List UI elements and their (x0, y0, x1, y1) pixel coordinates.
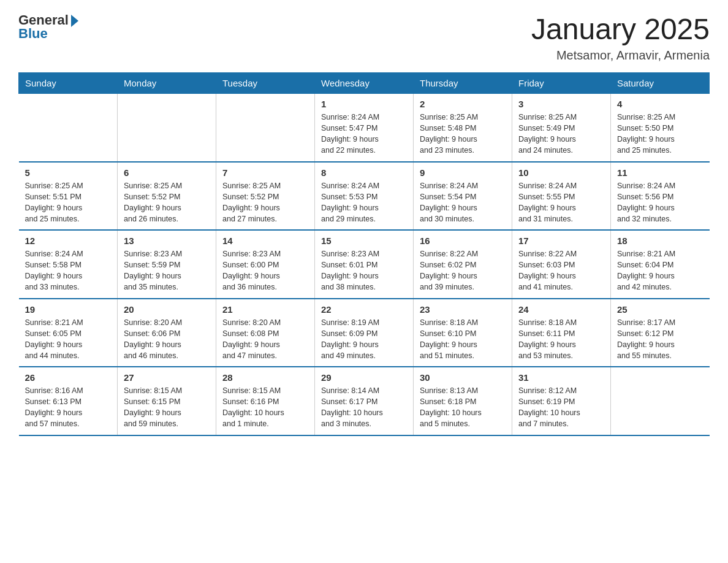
day-info: Sunrise: 8:20 AM Sunset: 6:08 PM Dayligh… (222, 317, 308, 362)
day-number: 6 (124, 167, 210, 178)
day-number: 11 (617, 167, 703, 178)
day-info: Sunrise: 8:25 AM Sunset: 5:52 PM Dayligh… (222, 180, 308, 225)
weekday-row: SundayMondayTuesdayWednesdayThursdayFrid… (19, 73, 710, 94)
calendar-cell: 3Sunrise: 8:25 AM Sunset: 5:49 PM Daylig… (512, 94, 611, 162)
day-info: Sunrise: 8:22 AM Sunset: 6:03 PM Dayligh… (518, 248, 604, 293)
calendar-cell: 26Sunrise: 8:16 AM Sunset: 6:13 PM Dayli… (19, 367, 118, 435)
day-info: Sunrise: 8:25 AM Sunset: 5:49 PM Dayligh… (518, 112, 604, 156)
day-number: 12 (25, 236, 112, 246)
calendar-cell: 1Sunrise: 8:24 AM Sunset: 5:47 PM Daylig… (315, 94, 414, 162)
calendar-cell: 11Sunrise: 8:24 AM Sunset: 5:56 PM Dayli… (611, 162, 710, 231)
day-info: Sunrise: 8:23 AM Sunset: 5:59 PM Dayligh… (124, 248, 210, 293)
day-info: Sunrise: 8:25 AM Sunset: 5:48 PM Dayligh… (420, 112, 506, 156)
day-number: 16 (420, 236, 506, 246)
day-info: Sunrise: 8:24 AM Sunset: 5:58 PM Dayligh… (25, 248, 112, 293)
day-number: 14 (222, 236, 308, 246)
day-info: Sunrise: 8:24 AM Sunset: 5:47 PM Dayligh… (321, 112, 407, 156)
day-info: Sunrise: 8:17 AM Sunset: 6:12 PM Dayligh… (617, 317, 703, 362)
day-info: Sunrise: 8:25 AM Sunset: 5:50 PM Dayligh… (617, 112, 703, 156)
calendar-cell (611, 367, 710, 435)
calendar-cell: 31Sunrise: 8:12 AM Sunset: 6:19 PM Dayli… (512, 367, 611, 435)
page-header: General Blue January 2025 Metsamor, Arma… (18, 12, 710, 63)
day-number: 4 (617, 99, 703, 109)
day-number: 2 (420, 99, 506, 109)
day-info: Sunrise: 8:14 AM Sunset: 6:17 PM Dayligh… (321, 385, 407, 430)
day-info: Sunrise: 8:24 AM Sunset: 5:55 PM Dayligh… (518, 180, 604, 225)
day-info: Sunrise: 8:19 AM Sunset: 6:09 PM Dayligh… (321, 317, 407, 362)
logo: General Blue (18, 12, 78, 42)
calendar-cell: 29Sunrise: 8:14 AM Sunset: 6:17 PM Dayli… (315, 367, 414, 435)
calendar-cell: 9Sunrise: 8:24 AM Sunset: 5:54 PM Daylig… (414, 162, 512, 231)
day-number: 29 (321, 372, 407, 383)
calendar-cell: 19Sunrise: 8:21 AM Sunset: 6:05 PM Dayli… (19, 299, 118, 367)
calendar-cell (19, 94, 118, 162)
calendar-cell: 28Sunrise: 8:15 AM Sunset: 6:16 PM Dayli… (216, 367, 315, 435)
calendar-cell: 15Sunrise: 8:23 AM Sunset: 6:01 PM Dayli… (315, 230, 414, 299)
calendar-cell: 12Sunrise: 8:24 AM Sunset: 5:58 PM Dayli… (19, 230, 118, 299)
calendar-cell: 17Sunrise: 8:22 AM Sunset: 6:03 PM Dayli… (512, 230, 611, 299)
day-info: Sunrise: 8:18 AM Sunset: 6:11 PM Dayligh… (518, 317, 604, 362)
day-info: Sunrise: 8:23 AM Sunset: 6:00 PM Dayligh… (222, 248, 308, 293)
day-number: 26 (25, 372, 112, 383)
weekday-header-monday: Monday (118, 73, 216, 94)
weekday-header-saturday: Saturday (611, 73, 710, 94)
day-number: 17 (518, 236, 604, 246)
calendar-title: January 2025 (531, 12, 710, 46)
calendar-cell (216, 94, 315, 162)
day-number: 30 (420, 372, 506, 383)
day-info: Sunrise: 8:25 AM Sunset: 5:52 PM Dayligh… (124, 180, 210, 225)
day-number: 31 (518, 372, 604, 383)
day-info: Sunrise: 8:16 AM Sunset: 6:13 PM Dayligh… (25, 385, 112, 430)
day-info: Sunrise: 8:21 AM Sunset: 6:04 PM Dayligh… (617, 248, 703, 293)
day-info: Sunrise: 8:25 AM Sunset: 5:51 PM Dayligh… (25, 180, 112, 225)
calendar-header: SundayMondayTuesdayWednesdayThursdayFrid… (19, 73, 710, 94)
logo-arrow-icon (71, 15, 78, 27)
calendar-cell: 10Sunrise: 8:24 AM Sunset: 5:55 PM Dayli… (512, 162, 611, 231)
day-number: 20 (124, 304, 210, 315)
day-number: 22 (321, 304, 407, 315)
calendar-cell: 2Sunrise: 8:25 AM Sunset: 5:48 PM Daylig… (414, 94, 512, 162)
weekday-header-wednesday: Wednesday (315, 73, 414, 94)
weekday-header-tuesday: Tuesday (216, 73, 315, 94)
day-info: Sunrise: 8:23 AM Sunset: 6:01 PM Dayligh… (321, 248, 407, 293)
day-info: Sunrise: 8:24 AM Sunset: 5:53 PM Dayligh… (321, 180, 407, 225)
calendar-cell: 22Sunrise: 8:19 AM Sunset: 6:09 PM Dayli… (315, 299, 414, 367)
weekday-header-sunday: Sunday (19, 73, 118, 94)
calendar-cell: 20Sunrise: 8:20 AM Sunset: 6:06 PM Dayli… (118, 299, 216, 367)
calendar-cell: 18Sunrise: 8:21 AM Sunset: 6:04 PM Dayli… (611, 230, 710, 299)
day-info: Sunrise: 8:15 AM Sunset: 6:15 PM Dayligh… (124, 385, 210, 430)
day-number: 27 (124, 372, 210, 383)
day-info: Sunrise: 8:21 AM Sunset: 6:05 PM Dayligh… (25, 317, 112, 362)
calendar-cell (118, 94, 216, 162)
day-number: 8 (321, 167, 407, 178)
day-number: 3 (518, 99, 604, 109)
day-info: Sunrise: 8:13 AM Sunset: 6:18 PM Dayligh… (420, 385, 506, 430)
week-row-4: 19Sunrise: 8:21 AM Sunset: 6:05 PM Dayli… (19, 299, 710, 367)
calendar-cell: 21Sunrise: 8:20 AM Sunset: 6:08 PM Dayli… (216, 299, 315, 367)
calendar-cell: 16Sunrise: 8:22 AM Sunset: 6:02 PM Dayli… (414, 230, 512, 299)
day-number: 28 (222, 372, 308, 383)
calendar-cell: 27Sunrise: 8:15 AM Sunset: 6:15 PM Dayli… (118, 367, 216, 435)
day-number: 10 (518, 167, 604, 178)
day-info: Sunrise: 8:22 AM Sunset: 6:02 PM Dayligh… (420, 248, 506, 293)
day-number: 25 (617, 304, 703, 315)
day-number: 1 (321, 99, 407, 109)
day-number: 15 (321, 236, 407, 246)
weekday-header-thursday: Thursday (414, 73, 512, 94)
day-number: 5 (25, 167, 112, 178)
calendar-subtitle: Metsamor, Armavir, Armenia (531, 48, 710, 63)
calendar-cell: 23Sunrise: 8:18 AM Sunset: 6:10 PM Dayli… (414, 299, 512, 367)
day-info: Sunrise: 8:12 AM Sunset: 6:19 PM Dayligh… (518, 385, 604, 430)
week-row-3: 12Sunrise: 8:24 AM Sunset: 5:58 PM Dayli… (19, 230, 710, 299)
calendar-cell: 4Sunrise: 8:25 AM Sunset: 5:50 PM Daylig… (611, 94, 710, 162)
calendar-cell: 30Sunrise: 8:13 AM Sunset: 6:18 PM Dayli… (414, 367, 512, 435)
calendar-cell: 25Sunrise: 8:17 AM Sunset: 6:12 PM Dayli… (611, 299, 710, 367)
calendar-table: SundayMondayTuesdayWednesdayThursdayFrid… (18, 72, 710, 436)
calendar-cell: 6Sunrise: 8:25 AM Sunset: 5:52 PM Daylig… (118, 162, 216, 231)
weekday-header-friday: Friday (512, 73, 611, 94)
day-number: 7 (222, 167, 308, 178)
calendar-cell: 14Sunrise: 8:23 AM Sunset: 6:00 PM Dayli… (216, 230, 315, 299)
calendar-cell: 7Sunrise: 8:25 AM Sunset: 5:52 PM Daylig… (216, 162, 315, 231)
week-row-5: 26Sunrise: 8:16 AM Sunset: 6:13 PM Dayli… (19, 367, 710, 435)
day-info: Sunrise: 8:18 AM Sunset: 6:10 PM Dayligh… (420, 317, 506, 362)
